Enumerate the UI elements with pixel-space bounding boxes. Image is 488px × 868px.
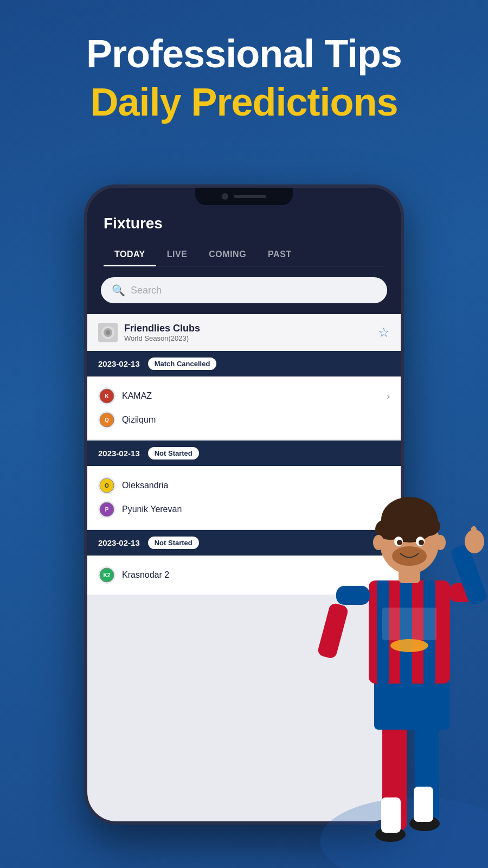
svg-point-33 — [416, 516, 440, 536]
team-name-qizilqum: Qizilqum — [122, 415, 156, 425]
phone-content: Fixtures TODAY LIVE COMING PAST — [87, 188, 401, 821]
league-header: Friendlies Clubs World Season(2023) ☆ — [87, 314, 401, 351]
svg-point-37 — [419, 540, 424, 545]
team-logo-krasnodar: K2 — [98, 566, 115, 584]
hero-title-line1: Professional Tips — [27, 33, 461, 75]
svg-text:Q: Q — [105, 417, 109, 423]
league-season: World Season(2023) — [124, 334, 200, 342]
svg-rect-26 — [450, 544, 488, 606]
tab-coming[interactable]: COMING — [198, 243, 257, 266]
match-card-1: 2023-02-13 Match Cancelled K KAMAZ — [87, 351, 401, 439]
tab-today[interactable]: TODAY — [104, 243, 156, 266]
svg-point-2 — [106, 330, 110, 335]
match-header-bar-2: 2023-02-13 Not Started — [87, 441, 401, 466]
svg-text:K2: K2 — [104, 572, 111, 578]
svg-point-42 — [409, 816, 440, 831]
tab-live[interactable]: LIVE — [156, 243, 198, 266]
svg-rect-44 — [414, 787, 433, 822]
team-logo-kamaz: K — [98, 387, 115, 405]
app-title: Fixtures — [104, 215, 384, 232]
tab-past[interactable]: PAST — [257, 243, 302, 266]
svg-rect-25 — [449, 583, 483, 602]
hero-title-line2: Daily Predictions — [27, 81, 461, 124]
team-row-oleksandria: O Oleksandria — [98, 474, 390, 497]
team-row-kamaz: K KAMAZ › — [98, 384, 390, 408]
match-card-2: 2023-02-13 Not Started O Oleksandria — [87, 441, 401, 529]
league-logo — [98, 323, 118, 342]
matches-area: Friendlies Clubs World Season(2023) ☆ 20… — [87, 314, 401, 821]
team-name-oleksandria: Oleksandria — [122, 481, 168, 490]
league-text: Friendlies Clubs World Season(2023) — [124, 323, 200, 342]
match-date-1: 2023-02-13 — [98, 359, 140, 368]
phone-frame: Fixtures TODAY LIVE COMING PAST — [84, 184, 404, 825]
team-name-kamaz: KAMAZ — [122, 391, 152, 401]
team-name-pyunik: Pyunik Yerevan — [122, 505, 182, 514]
svg-point-35 — [416, 537, 425, 546]
match-header-bar-1: 2023-02-13 Match Cancelled — [87, 351, 401, 376]
speaker-bar — [234, 195, 266, 198]
match-teams-3[interactable]: K2 Krasnodar 2 — [87, 556, 401, 595]
favorite-star-icon[interactable]: ☆ — [378, 325, 390, 340]
svg-rect-20 — [423, 580, 435, 684]
match-status-badge-3: Not Started — [148, 537, 199, 549]
match-card-3: 2023-02-13 Not Started K2 Krasnodar 2 — [87, 530, 401, 595]
team-row-qizilqum: Q Qizilqum — [98, 408, 390, 432]
match-date-3: 2023-02-13 — [98, 538, 140, 547]
search-placeholder: Search — [131, 285, 162, 296]
match-status-badge-2: Not Started — [148, 447, 199, 459]
svg-rect-28 — [471, 526, 478, 546]
league-info: Friendlies Clubs World Season(2023) — [98, 323, 200, 342]
match-teams-1[interactable]: K KAMAZ › Q — [87, 376, 401, 439]
phone-wrapper: Fixtures TODAY LIVE COMING PAST — [84, 184, 404, 835]
team-name-krasnodar: Krasnodar 2 — [122, 570, 169, 580]
match-header-bar-3: 2023-02-13 Not Started — [87, 530, 401, 556]
hero-section: Professional Tips Daily Predictions — [0, 0, 488, 140]
search-bar[interactable]: 🔍 Search — [101, 277, 387, 303]
team-logo-qizilqum: Q — [98, 411, 115, 429]
svg-rect-15 — [415, 722, 439, 819]
tabs-row: TODAY LIVE COMING PAST — [104, 243, 384, 266]
svg-text:P: P — [105, 507, 109, 513]
team-row-pyunik: P Pyunik Yerevan — [98, 497, 390, 521]
team-row-krasnodar: K2 Krasnodar 2 — [98, 563, 390, 587]
svg-point-27 — [465, 529, 484, 553]
camera-dot — [222, 193, 228, 200]
match-date-2: 2023-02-13 — [98, 449, 140, 458]
match-teams-2[interactable]: O Oleksandria P — [87, 466, 401, 529]
svg-text:O: O — [105, 483, 109, 489]
match-status-badge-1: Match Cancelled — [148, 358, 217, 370]
league-name: Friendlies Clubs — [124, 323, 200, 334]
svg-text:K: K — [105, 393, 109, 399]
match-arrow-1: › — [387, 391, 390, 402]
team-logo-pyunik: P — [98, 501, 115, 518]
search-icon: 🔍 — [112, 284, 125, 297]
search-area: 🔍 Search — [87, 266, 401, 314]
team-logo-oleksandria: O — [98, 477, 115, 494]
phone-notch — [195, 188, 293, 205]
svg-point-40 — [435, 535, 446, 550]
